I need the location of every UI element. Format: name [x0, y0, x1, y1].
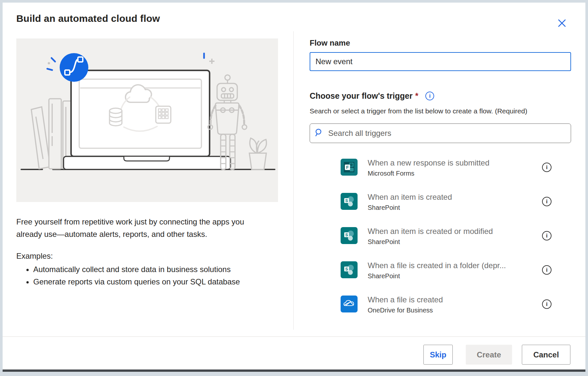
trigger-help-text: Search or select a trigger from the list… [310, 107, 574, 115]
trigger-title: When a new response is submitted [368, 157, 490, 168]
left-description: Free yourself from repetitive work just … [16, 216, 251, 240]
trigger-title: When an item is created [368, 192, 452, 203]
trigger-row-sharepoint-folder[interactable]: S When a file is created in a folder (de… [310, 260, 574, 289]
required-asterisk: * [415, 91, 419, 101]
svg-text:F: F [346, 165, 349, 170]
trigger-row-info-icon[interactable]: i [542, 231, 551, 240]
trigger-row-info-icon[interactable]: i [542, 265, 551, 275]
trigger-title: When a file is created in a folder (depr… [368, 260, 506, 271]
trigger-title: When an item is created or modified [368, 226, 493, 237]
laptop-illustration [64, 70, 230, 169]
create-button[interactable]: Create [466, 345, 512, 365]
search-icon [315, 128, 324, 138]
trigger-connector: SharePoint [368, 203, 452, 212]
microsoft-forms-icon: F [341, 159, 358, 176]
close-button[interactable] [555, 16, 569, 31]
trigger-connector: Microsoft Forms [368, 168, 490, 178]
left-panel: Free yourself from repetitive work just … [16, 38, 278, 288]
examples-label: Examples: [16, 252, 278, 261]
right-panel: Flow name Choose your flow's trigger * i… [310, 38, 574, 328]
trigger-connector: SharePoint [368, 271, 506, 281]
example-item: Automatically collect and store data in … [33, 263, 242, 276]
sharepoint-icon: S [341, 261, 358, 278]
example-item: Generate reports via custom queries on y… [33, 276, 242, 288]
dialog-title: Build an automated cloud flow [16, 13, 160, 24]
trigger-connector: OneDrive for Business [368, 305, 443, 315]
trigger-list: F When a new response is submitted Micro… [310, 157, 574, 324]
trigger-row-forms[interactable]: F When a new response is submitted Micro… [310, 157, 574, 187]
cloud-flow-illustration [16, 38, 278, 202]
trigger-title: When a file is created [368, 294, 443, 305]
close-icon [557, 18, 567, 29]
onedrive-icon [341, 296, 358, 312]
sharepoint-icon: S [341, 227, 358, 244]
flow-badge-icon [60, 53, 88, 82]
panel-divider [293, 31, 294, 330]
trigger-heading: Choose your flow's trigger [310, 91, 413, 101]
build-automated-cloud-flow-dialog: Build an automated cloud flow [3, 3, 585, 372]
examples-list: Automatically collect and store data in … [16, 263, 278, 288]
trigger-row-onedrive[interactable]: When a file is created OneDrive for Busi… [310, 294, 574, 324]
flow-name-input[interactable] [310, 52, 571, 71]
cancel-button[interactable]: Cancel [522, 345, 570, 365]
trigger-info-icon[interactable]: i [425, 92, 434, 100]
trigger-row-sharepoint-created[interactable]: S When an item is created SharePoint i [310, 192, 574, 221]
search-triggers-input[interactable] [328, 129, 566, 138]
svg-text:S: S [345, 233, 348, 237]
footer-divider [3, 336, 585, 337]
trigger-row-info-icon[interactable]: i [542, 299, 551, 309]
svg-text:S: S [345, 267, 348, 271]
sharepoint-icon: S [341, 193, 358, 210]
flow-name-label: Flow name [310, 38, 350, 47]
trigger-row-sharepoint-modified[interactable]: S When an item is created or modified Sh… [310, 226, 574, 255]
trigger-row-info-icon[interactable]: i [542, 163, 551, 172]
trigger-search-box[interactable] [310, 123, 571, 143]
trigger-connector: SharePoint [368, 237, 493, 247]
trigger-row-info-icon[interactable]: i [542, 197, 551, 206]
footer: Skip Create Cancel [423, 345, 570, 365]
skip-button[interactable]: Skip [423, 345, 453, 365]
svg-text:S: S [345, 198, 348, 203]
